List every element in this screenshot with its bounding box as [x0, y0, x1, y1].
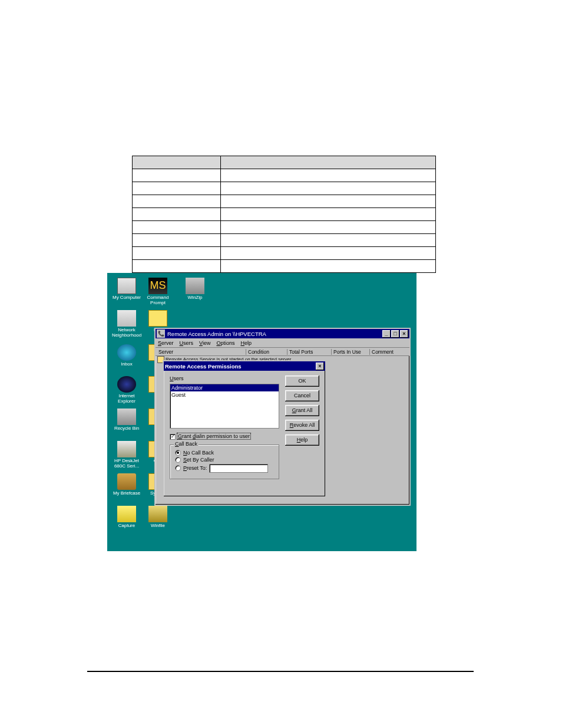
inbox-icon	[117, 344, 136, 361]
close-button[interactable]: ×	[316, 363, 324, 370]
grant-all-button[interactable]: Grant All	[285, 405, 319, 416]
menu-options[interactable]: Options	[216, 340, 234, 346]
table-row	[133, 234, 436, 247]
desktop-icon-network-neighborhood[interactable]: Network Neighborhood	[112, 310, 141, 338]
col-server: Server	[157, 349, 246, 355]
desktop-icon-winfile[interactable]: Winfile	[143, 506, 173, 529]
preset-to-input[interactable]	[209, 464, 268, 473]
info-table	[132, 156, 436, 273]
icon-label: Winfile	[143, 523, 173, 529]
call-back-legend: Call Back	[174, 441, 199, 447]
recycle-bin-icon	[117, 409, 136, 425]
user-item-guest[interactable]: Guest	[170, 391, 279, 398]
minimize-button[interactable]: _	[382, 330, 391, 338]
col-total-ports: Total Ports	[287, 349, 332, 355]
cancel-button[interactable]: Cancel	[285, 390, 319, 401]
ok-button[interactable]: OK	[285, 375, 319, 387]
menu-server[interactable]: Server	[158, 340, 174, 346]
radio-preset-to[interactable]: Preset To:	[175, 464, 274, 473]
desktop-icon-capture[interactable]: Capture	[112, 506, 141, 529]
table-row	[133, 182, 436, 195]
command-prompt-icon: MS	[148, 278, 167, 294]
titlebar[interactable]: 📞 Remote Access Admin on \\HPVECTRA _ □ …	[156, 329, 409, 338]
icon-label: Internet Explorer	[112, 394, 141, 404]
icon-label: WinZip	[180, 295, 210, 301]
dialog-body: Users Administrator Guest ✓Grant dialin …	[164, 371, 325, 485]
icon-label: Inbox	[112, 362, 141, 367]
icon-label: Network Neighborhood	[112, 328, 141, 338]
users-label: Users	[170, 375, 283, 381]
menu-help[interactable]: Help	[240, 340, 252, 346]
table-header-a	[133, 156, 221, 169]
menu-view[interactable]: View	[199, 340, 210, 346]
desktop-icon-command-prompt[interactable]: MSCommand Prompt	[143, 278, 173, 306]
page: My ComputerMSCommand PromptWinZipNetwork…	[0, 0, 562, 728]
table-row	[133, 247, 436, 260]
desktop-icon-hp-deskjet[interactable]: HP DeskJet 680C Seri...	[112, 441, 141, 469]
desktop-icon-my-briefcase[interactable]: My Briefcase	[112, 473, 141, 496]
grant-dialin-checkbox-row[interactable]: ✓Grant dialin permission to user	[170, 433, 283, 440]
footer-separator	[87, 671, 474, 672]
icon-label: HP DeskJet 680C Seri...	[112, 459, 141, 469]
desktop-icon-internet-explorer[interactable]: Internet Explorer	[112, 376, 141, 404]
dialog-title: Remote Access Permissions	[165, 363, 242, 370]
icon-label: Recycle Bin	[112, 426, 141, 431]
icon-label: Capture	[112, 523, 141, 529]
table-row	[133, 260, 436, 273]
radio-icon[interactable]	[175, 457, 181, 463]
network-neighborhood-icon	[117, 310, 136, 327]
desktop-icon-inbox[interactable]: Inbox	[112, 344, 141, 367]
table-row	[133, 195, 436, 208]
table-row	[133, 208, 436, 221]
users-listbox[interactable]: Administrator Guest	[170, 384, 279, 429]
app-icon: 📞	[157, 330, 165, 338]
col-condition: Condition	[246, 349, 287, 355]
column-headers: Server Condition Total Ports Ports In Us…	[156, 348, 409, 356]
window-title: Remote Access Admin on \\HPVECTRA	[167, 331, 266, 337]
desktop-icon-winzip[interactable]: WinZip	[180, 278, 210, 301]
remote-access-permissions-dialog[interactable]: Remote Access Permissions × Users Admini…	[163, 360, 326, 498]
desktop-icon-recycle-bin[interactable]: Recycle Bin	[112, 409, 141, 431]
user-item-administrator[interactable]: Administrator	[170, 384, 279, 391]
radio-set-by-caller[interactable]: Set By Caller	[175, 457, 274, 463]
radio-icon[interactable]	[175, 450, 181, 456]
radio-no-call-back[interactable]: No Call Back	[175, 450, 274, 456]
explorer-folder-icon	[148, 310, 167, 327]
close-button[interactable]: ×	[400, 330, 408, 338]
table-row	[133, 221, 436, 234]
menu-bar: Server Users View Options Help	[156, 338, 409, 348]
icon-label: Command Prompt	[143, 295, 173, 306]
revoke-all-button[interactable]: Revoke All	[285, 420, 319, 431]
winfile-icon	[148, 506, 167, 522]
grant-dialin-checkbox[interactable]: ✓	[170, 434, 176, 440]
hp-deskjet-icon	[117, 441, 136, 457]
table-row	[133, 169, 436, 182]
icon-label: My Computer	[112, 295, 141, 301]
desktop-screenshot: My ComputerMSCommand PromptWinZipNetwork…	[107, 273, 416, 551]
internet-explorer-icon	[117, 376, 136, 393]
call-back-group: Call Back No Call Back Set By Caller Pre…	[170, 444, 279, 479]
col-ports-in-use: Ports In Use	[332, 349, 370, 355]
table-header-row	[133, 156, 436, 169]
desktop-icon-my-computer[interactable]: My Computer	[112, 278, 141, 301]
col-comment: Comment	[370, 349, 409, 355]
titlebar[interactable]: Remote Access Permissions ×	[164, 361, 325, 371]
radio-icon[interactable]	[175, 465, 181, 471]
menu-users[interactable]: Users	[180, 340, 194, 346]
my-computer-icon	[117, 278, 136, 294]
help-button[interactable]: Help	[285, 434, 319, 446]
my-briefcase-icon	[117, 473, 136, 490]
table-header-b	[221, 156, 436, 169]
icon-label: My Briefcase	[112, 491, 141, 496]
capture-icon	[117, 506, 136, 522]
winzip-icon	[186, 278, 204, 294]
maximize-button[interactable]: □	[391, 330, 399, 338]
